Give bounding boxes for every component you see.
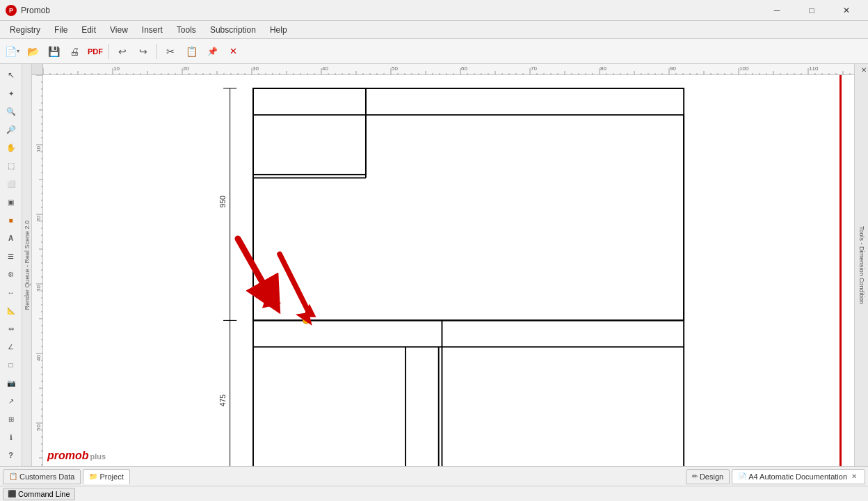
cut-button[interactable]: ✂ (161, 42, 180, 61)
svg-text:90: 90 (670, 65, 676, 72)
tool-arrow[interactable]: ↔ (2, 284, 20, 301)
right-panel-label: Tools - Dimension Condition (858, 226, 865, 304)
tool-area[interactable]: □ (2, 356, 20, 373)
right-panel: ✕ Tools - Dimension Condition (854, 64, 868, 466)
tool-props[interactable]: ℹ (2, 429, 20, 445)
cabinet-drawing: 950 475 (43, 75, 854, 466)
tool-angle[interactable]: ∠ (2, 338, 20, 355)
drawing-canvas[interactable]: 950 475 (43, 75, 854, 466)
a4doc-tab-icon: 📄 (738, 472, 746, 480)
left-toolbar: ↖ ✦ 🔍 🔎 ✋ ⬚ ⬜ ▣ ■ A ☰ ⚙ ↔ 📐 ⇔ ∠ □ 📷 ↗ ⊞ … (0, 64, 22, 466)
right-panel-close[interactable]: ✕ (861, 66, 867, 74)
app-title: Promob (21, 6, 761, 15)
svg-text:10: 10 (35, 146, 42, 152)
tool-frame1[interactable]: ⬚ (2, 157, 20, 174)
menu-file[interactable]: File (47, 22, 74, 38)
svg-text:475: 475 (219, 395, 227, 407)
menu-subscription[interactable]: Subscription (203, 22, 263, 38)
command-line-tab[interactable]: ⬛ Command Line (3, 488, 75, 500)
tool-pan[interactable]: ✋ (2, 139, 20, 156)
project-tab-icon: 📁 (89, 472, 97, 480)
cmd-label: Command Line (18, 490, 70, 498)
window-controls: ─ □ ✕ (761, 0, 862, 21)
menu-view[interactable]: View (103, 22, 135, 38)
menu-insert[interactable]: Insert (135, 22, 170, 38)
svg-text:110: 110 (809, 65, 819, 72)
svg-text:100: 100 (739, 65, 749, 72)
copy-button[interactable]: 📋 (182, 42, 201, 61)
red-line (839, 64, 842, 466)
app-icon: P (6, 5, 17, 16)
a4doc-tab-label: A4 Automatic Documentation (748, 472, 847, 481)
tool-zoom-in[interactable]: 🔍 (2, 103, 20, 120)
tool-layers[interactable]: ⊞ (2, 411, 20, 427)
design-tab-label: Design (700, 472, 723, 481)
menu-edit[interactable]: Edit (74, 22, 103, 38)
sep1 (108, 44, 109, 59)
open-button[interactable]: 📂 (23, 42, 42, 61)
save-button[interactable]: 💾 (44, 42, 63, 61)
customers-tab-icon: 📋 (9, 472, 17, 480)
svg-text:60: 60 (461, 65, 467, 72)
svg-text:20: 20 (35, 216, 42, 222)
tool-export[interactable]: ↗ (2, 392, 20, 409)
pdf-button[interactable]: PDF (86, 42, 105, 61)
tool-measure[interactable]: 📐 (2, 302, 20, 319)
title-bar: P Promob ─ □ ✕ (0, 0, 868, 21)
svg-text:40: 40 (322, 65, 328, 72)
toolbar: 📄▾ 📂 💾 🖨 PDF ↩ ↪ ✂ 📋 📌 ✕ (0, 39, 868, 64)
svg-text:80: 80 (600, 65, 606, 72)
minimize-button[interactable]: ─ (761, 0, 793, 21)
menu-bar: Registry File Edit View Insert Tools Sub… (0, 21, 868, 39)
new-dropdown[interactable]: 📄▾ (3, 42, 22, 61)
tool-settings[interactable]: ⚙ (2, 266, 20, 283)
maximize-button[interactable]: □ (796, 0, 828, 21)
render-queue-label: Render Queue - Real Scene 2.0 (24, 221, 31, 310)
redo-button[interactable]: ↪ (134, 42, 153, 61)
svg-rect-2 (101, 75, 796, 466)
tool-render[interactable]: ▣ (2, 193, 20, 210)
tab-a4doc[interactable]: 📄 A4 Automatic Documentation ✕ (732, 469, 865, 484)
tool-photo[interactable]: 📷 (2, 374, 20, 391)
delete-button[interactable]: ✕ (223, 42, 243, 61)
sep2 (156, 44, 157, 59)
tool-items[interactable]: ☰ (2, 248, 20, 264)
promob-plus: plus (90, 452, 106, 461)
svg-text:950: 950 (219, 196, 227, 208)
menu-tools[interactable]: Tools (170, 22, 203, 38)
tool-dimension[interactable]: ⇔ (2, 320, 20, 337)
svg-text:70: 70 (531, 65, 537, 72)
paste-button[interactable]: 📌 (202, 42, 222, 61)
svg-text:40: 40 (35, 355, 42, 361)
svg-text:10: 10 (113, 65, 120, 72)
cmd-icon: ⬛ (8, 490, 16, 498)
tool-zoom-out[interactable]: 🔎 (2, 121, 20, 138)
promob-text: promob (47, 450, 89, 462)
bottom-tabs: 📋 Customers Data 📁 Project ✏ Design 📄 A4… (0, 466, 868, 486)
promob-logo: promob plus (47, 450, 106, 462)
tool-frame2[interactable]: ⬜ (2, 175, 20, 192)
menu-help[interactable]: Help (263, 22, 294, 38)
project-tab-label: Project (99, 472, 123, 481)
tool-help[interactable]: ? (2, 447, 20, 463)
tab-design[interactable]: ✏ Design (686, 469, 730, 484)
design-tab-icon: ✏ (692, 472, 698, 480)
menu-registry[interactable]: Registry (3, 22, 47, 38)
customers-tab-label: Customers Data (19, 472, 74, 481)
main-layout: ↖ ✦ 🔍 🔎 ✋ ⬚ ⬜ ▣ ■ A ☰ ⚙ ↔ 📐 ⇔ ∠ □ 📷 ↗ ⊞ … (0, 64, 868, 466)
undo-button[interactable]: ↩ (113, 42, 132, 61)
svg-text:30: 30 (35, 285, 42, 292)
tab-project[interactable]: 📁 Project (83, 469, 129, 484)
close-button[interactable]: ✕ (830, 0, 862, 21)
tool-pointer[interactable]: ✦ (2, 85, 20, 102)
canvas-area[interactable]: // Will be rendered via SVG inline (32, 64, 854, 466)
tool-3dview[interactable]: ■ (2, 212, 20, 228)
svg-text:50: 50 (392, 65, 398, 72)
a4doc-tab-close[interactable]: ✕ (849, 472, 859, 482)
tool-select[interactable]: ↖ (2, 67, 20, 84)
svg-text:30: 30 (252, 65, 259, 72)
svg-text:50: 50 (35, 424, 42, 431)
tab-customers[interactable]: 📋 Customers Data (3, 469, 81, 484)
print-button[interactable]: 🖨 (65, 42, 84, 61)
tool-text[interactable]: A (2, 230, 20, 246)
